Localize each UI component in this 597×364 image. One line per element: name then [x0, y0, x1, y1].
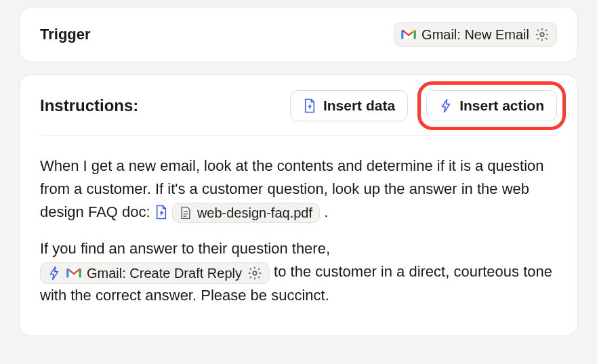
trigger-chip-text: Gmail: New Email	[421, 28, 529, 41]
gmail-icon	[401, 28, 416, 41]
file-bolt-icon	[303, 98, 316, 113]
bolt-icon	[47, 266, 61, 281]
instructions-paragraph-1: When I get a new email, look at the cont…	[40, 155, 557, 224]
instructions-toolbar: Insert data Insert action	[290, 90, 557, 121]
instructions-body[interactable]: When I get a new email, look at the cont…	[40, 155, 557, 307]
instructions-header: Instructions: Insert data	[40, 90, 557, 136]
trigger-label: Trigger	[40, 26, 91, 43]
insert-action-highlight: Insert action	[417, 81, 566, 130]
trigger-card: Trigger Gmail: New Email	[19, 7, 578, 62]
draft-reply-action-chip[interactable]: Gmail: Create Draft Reply	[40, 262, 270, 284]
draft-reply-action-text: Gmail: Create Draft Reply	[87, 266, 242, 280]
trigger-chip[interactable]: Gmail: New Email	[394, 22, 557, 47]
faq-file-chip[interactable]: web-design-faq.pdf	[172, 203, 320, 223]
p2-text-a: If you find an answer to their question …	[40, 240, 330, 257]
bolt-icon	[439, 98, 453, 113]
gmail-icon	[66, 267, 81, 279]
file-bolt-icon[interactable]	[155, 205, 168, 220]
insert-action-label: Insert action	[459, 98, 544, 114]
p1-text-b: .	[324, 203, 328, 220]
gear-icon[interactable]	[535, 27, 550, 42]
svg-point-1	[253, 271, 257, 275]
gear-icon[interactable]	[247, 266, 262, 281]
insert-action-button[interactable]: Insert action	[426, 90, 557, 121]
svg-point-0	[540, 33, 544, 37]
faq-file-name: web-design-faq.pdf	[197, 206, 312, 220]
document-icon	[180, 206, 192, 220]
insert-data-button[interactable]: Insert data	[290, 90, 408, 121]
instructions-card: Instructions: Insert data	[19, 75, 578, 336]
insert-data-label: Insert data	[323, 98, 395, 114]
instructions-paragraph-2: If you find an answer to their question …	[40, 237, 557, 306]
instructions-label: Instructions:	[40, 96, 138, 115]
